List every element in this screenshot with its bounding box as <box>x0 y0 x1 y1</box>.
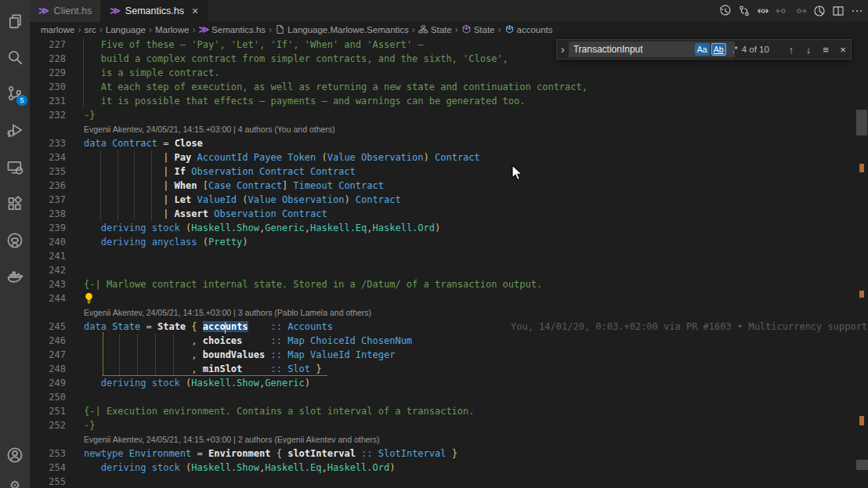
code-line[interactable]: 252-} <box>30 418 868 432</box>
activity-explorer[interactable] <box>0 6 30 36</box>
activity-extensions[interactable] <box>0 189 30 219</box>
code-line[interactable]: 233data Contract = Close <box>30 136 868 150</box>
activity-settings[interactable]: ⚙ <box>0 469 30 488</box>
find-in-selection-button[interactable]: ≡ <box>818 42 834 57</box>
activity-run-debug[interactable] <box>0 115 30 145</box>
code-line[interactable]: 255 <box>30 475 868 488</box>
selection-icon: ≡ <box>823 44 829 56</box>
activity-search[interactable] <box>0 42 30 72</box>
chevron-right-icon: › <box>99 24 103 35</box>
line-number: 233 <box>30 136 66 150</box>
code-line[interactable]: 253newtype Environment = Environment { s… <box>30 446 868 461</box>
indent-guide <box>134 150 135 221</box>
close-icon[interactable]: × <box>192 5 198 17</box>
find-option-match-case[interactable]: Aa <box>695 43 710 56</box>
toggle-replace-icon[interactable]: › <box>557 43 569 56</box>
haskell-icon: ≫ <box>38 5 49 16</box>
git-blame-annotation[interactable]: Evgenii Akentev, 24/05/21, 14:15.+03:00 … <box>84 305 371 320</box>
code-line[interactable]: 243{-| Marlowe contract internal state. … <box>30 277 868 291</box>
history-icon[interactable] <box>718 5 732 18</box>
breadcrumb-item-marlowe[interactable]: marlowe <box>41 25 74 34</box>
code-line[interactable]: 244 <box>30 291 868 305</box>
line-number: 227 <box>30 38 66 52</box>
activity-docker[interactable] <box>0 262 30 291</box>
gitlens-icon[interactable] <box>812 5 826 18</box>
line-number: 238 <box>30 207 66 221</box>
breadcrumb-item-accounts[interactable]: accounts <box>505 24 553 34</box>
code-line[interactable]: 254 deriving stock (Haskell.Show,Haskell… <box>30 461 868 475</box>
more-icon[interactable] <box>850 5 863 18</box>
blame-row: Evgenii Akentev, 24/05/21, 14:15.+03:00 … <box>30 122 868 136</box>
git-blame-annotation[interactable]: Evgenii Akentev, 24/05/21, 14:15.+03:00 … <box>84 122 335 136</box>
code-line[interactable]: 245data State = State { accounts :: Acco… <box>30 320 868 334</box>
activity-account[interactable] <box>0 440 30 470</box>
code-text: -} <box>84 418 95 432</box>
code-line[interactable]: 235 | If Observation Contract Contract <box>30 164 868 179</box>
code-text: , choices :: Map ChoiceId ChosenNum <box>84 334 412 348</box>
code-line[interactable]: 242 <box>30 263 868 277</box>
next-match-button[interactable]: ↓ <box>801 42 816 57</box>
tab-list: ≫Client.hs≫Semantics.hs× <box>30 0 208 22</box>
code-line[interactable]: 237 | Let ValueId (Value Observation) Co… <box>30 193 868 207</box>
find-input[interactable] <box>573 44 695 55</box>
gear-icon: ⚙ <box>6 475 24 488</box>
breadcrumb-item-semantics.hs[interactable]: ≫Semantics.hs <box>198 24 266 34</box>
code-line[interactable]: 234 | Pay AccountId Payee Token (Value O… <box>30 150 868 164</box>
open-changes-icon[interactable] <box>756 5 769 18</box>
symbol-class-icon <box>461 24 472 34</box>
find-option-whole-word[interactable]: Ab <box>711 43 726 56</box>
activity-bar: 5⚙ <box>0 0 30 488</box>
activity-github[interactable] <box>0 226 30 255</box>
code-line[interactable]: 240 deriving anyclass (Pretty) <box>30 235 868 249</box>
code-text: {-| Marlowe contract internal state. Sto… <box>84 277 542 291</box>
git-blame-annotation[interactable]: Evgenii Akentev, 24/05/21, 14:15.+03:00 … <box>84 432 380 446</box>
indent-guide <box>119 334 120 376</box>
line-number: 246 <box>30 334 66 348</box>
find-option-regex[interactable]: .* <box>728 43 743 56</box>
file-icon <box>275 24 285 34</box>
split-editor-icon[interactable] <box>831 5 844 18</box>
breadcrumb-label: State <box>474 25 495 34</box>
find-option-label: .* <box>732 45 738 54</box>
scrollbar-thumb[interactable] <box>856 110 867 136</box>
tab-semantics-hs[interactable]: ≫Semantics.hs× <box>101 0 208 22</box>
scm-badge: 5 <box>16 95 27 106</box>
indent-guide <box>83 38 84 108</box>
code-text: data State = State { accounts :: Account… <box>84 320 868 334</box>
code-text: {-| Execution environment. Contains a sl… <box>84 404 475 418</box>
breadcrumb-item-language[interactable]: Language <box>106 25 146 34</box>
code-line[interactable]: 232-} <box>30 108 868 122</box>
code-editor[interactable]: 227 Five of these — 'Pay', 'Let', 'If', … <box>30 37 868 488</box>
tab-client-hs[interactable]: ≫Client.hs <box>30 0 101 22</box>
breadcrumb-item-marlowe[interactable]: Marlowe <box>155 25 189 34</box>
code-line[interactable]: 251{-| Execution environment. Contains a… <box>30 404 868 418</box>
line-number: 237 <box>30 193 66 207</box>
compare-icon[interactable] <box>737 5 750 18</box>
code-line[interactable]: 241 <box>30 249 868 263</box>
breadcrumb-item-language.marlowe.semantics[interactable]: Language.Marlowe.Semantics <box>275 24 409 34</box>
close-find-button[interactable]: × <box>835 42 851 57</box>
code-line[interactable]: 250 <box>30 390 868 404</box>
code-line[interactable]: 236 | When [Case Contract] Timeout Contr… <box>30 179 868 193</box>
breadcrumb-item-src[interactable]: src <box>84 25 96 34</box>
tab-label: Semantics.hs <box>125 5 184 16</box>
code-line[interactable]: 229 is a simple contract. <box>30 66 868 80</box>
code-line[interactable]: 238 | Assert Observation Contract <box>30 207 868 221</box>
find-option-label: Aa <box>697 45 707 54</box>
previous-match-button[interactable]: ↑ <box>783 42 799 57</box>
code-line[interactable]: 231 it is possible that effects — paymen… <box>30 94 868 108</box>
activity-remote-explorer[interactable] <box>0 152 30 182</box>
overview-ruler-mark <box>859 291 864 298</box>
breadcrumb-item-state[interactable]: State <box>418 24 452 34</box>
line-number: 241 <box>30 249 66 263</box>
code-line[interactable]: 249 deriving stock (Haskell.Show,Generic… <box>30 376 868 390</box>
code-text: deriving stock (Haskell.Show,Haskell.Eq,… <box>84 461 395 475</box>
docker-icon <box>6 268 24 285</box>
breadcrumb-item-state[interactable]: State <box>461 24 495 34</box>
indent-guide <box>137 334 138 376</box>
extensions-icon <box>6 195 24 212</box>
breadcrumb-label: src <box>84 25 96 34</box>
code-line[interactable]: 239 deriving stock (Haskell.Show,Generic… <box>30 221 868 235</box>
code-line[interactable]: 230 At each step of execution, as well a… <box>30 80 868 94</box>
activity-source-control[interactable]: 5 <box>0 78 30 108</box>
